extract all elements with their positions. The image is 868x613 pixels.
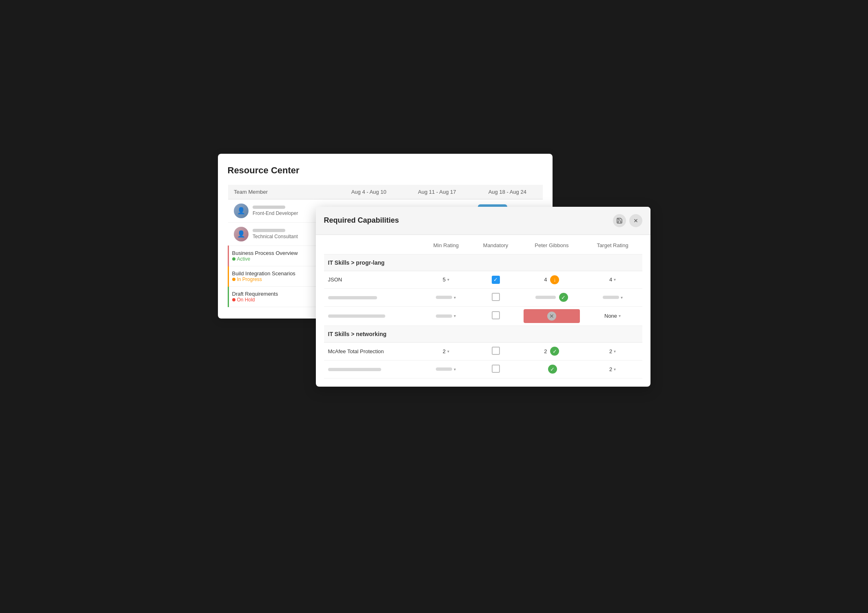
peter-error-cell: ✕	[524, 309, 579, 323]
section-title: IT Skills > networking	[324, 325, 642, 342]
skill-name: JSON	[324, 271, 421, 288]
col-min-rating: Min Rating	[421, 237, 471, 254]
ok-icon: ✓	[559, 293, 568, 302]
min-rating-cell: 2 ▾	[421, 342, 471, 360]
name-placeholder	[253, 229, 285, 232]
col-aug-4-10: Aug 4 - Aug 10	[336, 185, 402, 199]
chevron-down-icon[interactable]: ▾	[614, 277, 616, 282]
peter-cell: ✓	[520, 288, 583, 306]
chevron-down-icon[interactable]: ▾	[447, 277, 449, 282]
status-dot	[232, 298, 235, 301]
chevron-down-icon[interactable]: ▾	[614, 349, 616, 354]
skill-placeholder	[324, 288, 421, 306]
capabilities-table: Min Rating Mandatory Peter Gibbons Targe…	[324, 237, 642, 378]
mandatory-cell[interactable]	[471, 306, 520, 325]
col-aug-18-24: Aug 18 - Aug 24	[472, 185, 542, 199]
col-mandatory: Mandatory	[471, 237, 520, 254]
chevron-down-icon[interactable]: ▾	[447, 349, 449, 354]
capabilities-header: Required Capabilities	[316, 207, 650, 235]
status-dot	[232, 257, 235, 261]
col-aug-11-17: Aug 11 - Aug 17	[402, 185, 472, 199]
peter-cell: 2 ✓	[520, 342, 583, 360]
checkbox-unchecked[interactable]	[492, 293, 500, 301]
mandatory-cell[interactable]	[471, 288, 520, 306]
ok-icon: ✓	[548, 365, 557, 374]
error-icon: ✕	[547, 312, 556, 321]
capabilities-table-wrapper: Min Rating Mandatory Peter Gibbons Targe…	[316, 237, 650, 387]
col-skill	[324, 237, 421, 254]
col-target: Target Rating	[583, 237, 642, 254]
project-name: Business Process Overview	[232, 250, 330, 256]
peter-cell: ✓	[520, 360, 583, 378]
table-row: ▾ ✕ None	[324, 306, 642, 325]
section-title: IT Skills > progr-lang	[324, 254, 642, 271]
chevron-down-icon[interactable]: ▾	[619, 314, 621, 318]
project-status: Active	[232, 256, 330, 262]
skill-name: McAfee Total Protection	[324, 342, 421, 360]
chevron-down-icon[interactable]: ▾	[614, 367, 616, 372]
checkbox-unchecked[interactable]	[492, 347, 500, 355]
capabilities-title: Required Capabilities	[324, 216, 399, 225]
checkbox-unchecked[interactable]	[492, 365, 500, 373]
table-row: ▾ ✓	[324, 288, 642, 306]
target-rating-cell: 2 ▾	[583, 342, 642, 360]
chevron-down-icon[interactable]: ▾	[454, 295, 456, 300]
min-rating-cell: ▾	[421, 288, 471, 306]
peter-cell: 4 ↓	[520, 271, 583, 288]
mandatory-cell[interactable]: ✓	[471, 271, 520, 288]
mandatory-cell[interactable]	[471, 360, 520, 378]
table-row: McAfee Total Protection 2 ▾	[324, 342, 642, 360]
col-peter: Peter Gibbons	[520, 237, 583, 254]
target-rating-cell: 2 ▾	[583, 360, 642, 378]
member-role: Front-End Developer	[253, 210, 298, 216]
project-status: In Progress	[232, 277, 330, 282]
min-rating-cell: 5 ▾	[421, 271, 471, 288]
chevron-down-icon[interactable]: ▾	[454, 314, 456, 318]
close-button[interactable]	[629, 214, 642, 227]
name-placeholder	[253, 206, 285, 209]
project-name: Draft Requirements	[232, 291, 330, 297]
target-rating-cell: ▾	[583, 288, 642, 306]
table-row: JSON 5 ▾ ✓ 4	[324, 271, 642, 288]
skill-placeholder	[324, 306, 421, 325]
checkbox-checked[interactable]: ✓	[492, 276, 500, 284]
status-dot	[232, 278, 235, 281]
min-rating-cell: ▾	[421, 306, 471, 325]
col-team-member: Team Member	[228, 185, 336, 199]
ok-icon: ✓	[550, 347, 559, 356]
section-header: IT Skills > networking	[324, 325, 642, 342]
target-rating-cell: 4 ▾	[583, 271, 642, 288]
capabilities-actions	[613, 214, 642, 227]
peter-cell-error: ✕	[520, 306, 583, 325]
avatar: 👤	[234, 204, 249, 218]
project-name: Build Integration Scenarios	[232, 270, 330, 277]
member-role: Technical Consultant	[253, 234, 298, 239]
checkbox-unchecked[interactable]	[492, 311, 500, 319]
skill-placeholder	[324, 360, 421, 378]
section-header: IT Skills > progr-lang	[324, 254, 642, 271]
warning-icon: ↓	[550, 275, 559, 284]
mandatory-cell[interactable]	[471, 342, 520, 360]
capabilities-card: Required Capabilities Min Rating Mandato…	[316, 207, 650, 387]
target-rating-cell: None ▾	[583, 306, 642, 325]
table-row: ▾ ✓ 2	[324, 360, 642, 378]
avatar: 👤	[234, 227, 249, 241]
min-rating-cell: ▾	[421, 360, 471, 378]
chevron-down-icon[interactable]: ▾	[454, 367, 456, 372]
chevron-down-icon[interactable]: ▾	[621, 295, 623, 300]
save-button[interactable]	[613, 214, 626, 227]
project-status: On Hold	[232, 297, 330, 303]
resource-center-title: Resource Center	[228, 165, 543, 176]
